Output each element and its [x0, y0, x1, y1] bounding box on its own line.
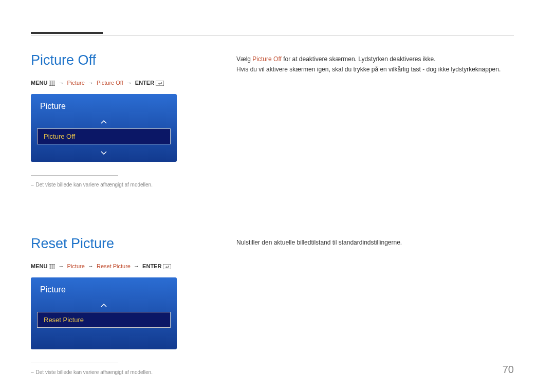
arrow-icon: →	[126, 80, 132, 86]
footnote-text: Det viste billede kan variere afhængigt …	[36, 369, 153, 375]
osd-title: Picture	[31, 94, 177, 117]
chevron-up-icon	[31, 117, 177, 125]
section1-body: Vælg Picture Off for at deaktivere skærm…	[236, 54, 514, 75]
osd-spacer	[31, 331, 177, 343]
path-step: Reset Picture	[97, 263, 131, 269]
menu-label: MENU	[31, 263, 47, 269]
body-pre: Vælg	[236, 55, 252, 63]
menu-label: MENU	[31, 80, 47, 86]
enter-label: ENTER	[142, 263, 161, 269]
chevron-up-icon	[31, 301, 177, 309]
path-step: Picture Off	[97, 80, 123, 86]
dash-icon: –	[31, 369, 34, 375]
footnote-text: Det viste billede kan variere afhængigt …	[36, 182, 153, 188]
section1-menu-path: MENU → Picture → Picture Off → ENTER	[31, 80, 206, 87]
arrow-icon: →	[134, 263, 139, 269]
arrow-icon: →	[88, 263, 94, 269]
svg-rect-0	[49, 81, 55, 86]
section1-footnote: –Det viste billede kan variere afhængigt…	[31, 182, 206, 188]
arrow-icon: →	[88, 80, 94, 86]
section1-heading: Picture Off	[31, 52, 206, 68]
enter-icon	[156, 81, 164, 87]
enter-label: ENTER	[135, 80, 154, 86]
footnote-rule	[31, 363, 118, 363]
svg-rect-7	[163, 264, 171, 269]
svg-rect-4	[49, 264, 55, 269]
header-rule	[31, 35, 514, 35]
enter-icon	[163, 264, 171, 270]
menu-icon	[49, 81, 55, 87]
osd-panel-2: Picture Reset Picture	[31, 277, 177, 349]
osd-selected-item: Picture Off	[37, 128, 171, 144]
section2-heading: Reset Picture	[31, 236, 206, 252]
section2-menu-path: MENU → Picture → Reset Picture → ENTER	[31, 263, 206, 270]
osd-selected-item: Reset Picture	[37, 312, 171, 328]
chevron-down-icon	[31, 147, 177, 156]
body-post: for at deaktivere skærmen. Lydstyrken de…	[282, 55, 436, 63]
header-thick-rule	[31, 32, 103, 34]
section2-footnote: –Det viste billede kan variere afhængigt…	[31, 369, 206, 375]
section2-body: Nulstiller den aktuelle billedtilstand t…	[236, 237, 514, 248]
body-highlight: Picture Off	[252, 55, 281, 63]
osd-panel-1: Picture Picture Off	[31, 94, 177, 162]
arrow-icon: →	[59, 263, 64, 269]
arrow-icon: →	[59, 80, 64, 86]
footnote-rule	[31, 175, 118, 176]
menu-icon	[49, 264, 55, 270]
page-number: 70	[503, 364, 514, 376]
svg-rect-3	[156, 81, 164, 86]
body-line2: Hvis du vil aktivere skærmen igen, skal …	[236, 66, 501, 73]
osd-title: Picture	[31, 277, 177, 301]
dash-icon: –	[31, 182, 34, 188]
path-step: Picture	[67, 263, 85, 269]
path-step: Picture	[67, 80, 85, 86]
